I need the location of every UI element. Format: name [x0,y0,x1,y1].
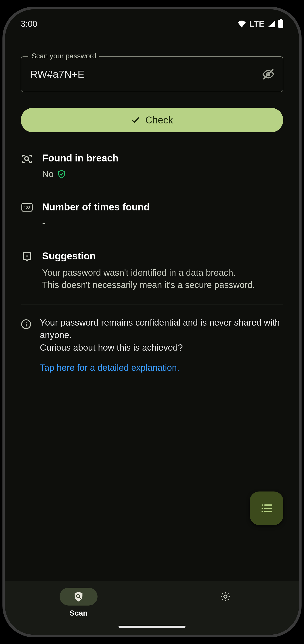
number-box-icon: 123 [21,202,33,212]
status-bar: 3:00 LTE [5,10,299,38]
sparkle-box-icon [21,250,33,262]
info-line2: Curious about how this is achieved? [40,342,183,352]
shield-check-icon [57,170,66,179]
gesture-bar[interactable] [119,626,185,628]
history-fab[interactable] [250,492,283,525]
svg-point-9 [262,504,263,506]
shield-search-icon [73,591,84,602]
divider [21,304,283,305]
suggestion-line2: This doesn't necessarily mean it's a sec… [42,280,255,290]
row-found-in-breach: Found in breach No [21,152,283,179]
status-time: 3:00 [21,19,37,29]
password-input[interactable] [30,68,261,80]
password-field-label: Scan your password [28,52,99,60]
side-button-volume [301,152,302,211]
info-line1: Your password remains confidential and i… [40,318,280,340]
check-button-label: Check [145,114,173,126]
svg-point-8 [26,322,27,323]
side-button-left [2,103,3,130]
list-icon [260,502,273,515]
cell-signal-icon [268,20,275,27]
scan-search-icon [21,152,33,164]
breach-title: Found in breach [42,152,283,164]
battery-icon [278,20,283,28]
content-area: Scan your password Check [5,38,299,581]
nav-scan-label: Scan [69,609,88,618]
info-link[interactable]: Tap here for a detailed explanation. [40,363,283,373]
status-right: LTE [237,19,283,28]
count-title: Number of times found [42,202,283,213]
gear-icon [220,591,231,602]
side-button-power [301,220,302,253]
row-suggestion: Suggestion Your password wasn't identifi… [21,250,283,291]
svg-line-3 [28,160,29,161]
password-field[interactable] [21,56,283,92]
svg-point-17 [224,595,227,598]
check-button[interactable]: Check [21,108,283,132]
row-times-found: 123 Number of times found - [21,202,283,228]
breach-value: No [42,169,54,179]
suggestion-line1: Your password wasn't identified in a dat… [42,268,236,278]
nav-settings-label [224,609,226,618]
password-field-wrap: Scan your password [21,56,283,92]
check-icon [131,116,140,124]
network-label: LTE [249,19,265,28]
phone-frame: 3:00 LTE Scan your password [2,7,302,637]
svg-point-11 [262,511,263,512]
screen: 3:00 LTE Scan your password [5,10,299,634]
info-icon [21,316,32,330]
toggle-visibility-icon[interactable] [261,66,276,82]
svg-text:123: 123 [24,206,30,210]
suggestion-title: Suggestion [42,250,283,262]
info-row: Your password remains confidential and i… [21,316,283,373]
wifi-icon [237,20,246,28]
results: Found in breach No [21,152,283,373]
count-value: - [42,218,45,228]
svg-point-10 [262,508,263,509]
